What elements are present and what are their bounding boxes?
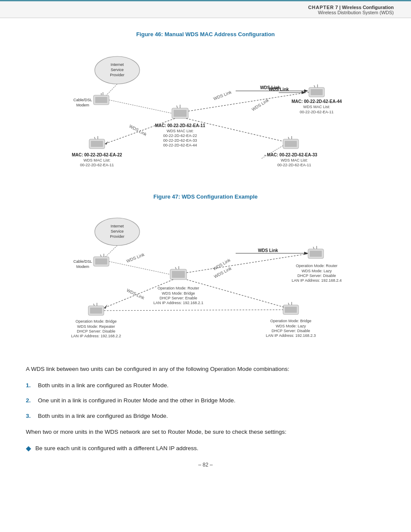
svg-text:LAN IP Address: 192.168.2.2: LAN IP Address: 192.168.2.2 xyxy=(71,334,121,338)
svg-text:00-22-2D-62-EA-11: 00-22-2D-62-EA-11 xyxy=(80,163,114,167)
page: Chapter 7 | Wireless Configuration Wirel… xyxy=(0,0,411,532)
svg-line-101 xyxy=(288,303,289,305)
item3-text: Both units in a link are configured as B… xyxy=(38,411,168,421)
svg-text:Service: Service xyxy=(111,229,124,233)
svg-text:WDS MAC List:: WDS MAC List: xyxy=(84,158,111,162)
svg-text:WDS Link: WDS Link xyxy=(213,90,233,101)
svg-text:MAC: 00-22-2D-62-EA-44: MAC: 00-22-2D-62-EA-44 xyxy=(292,99,342,104)
svg-text:LAN IP Address: 192.168.2.4: LAN IP Address: 192.168.2.4 xyxy=(292,278,342,283)
svg-text:00-22-2D-62-EA-11: 00-22-2D-62-EA-11 xyxy=(277,163,311,167)
svg-text:00-22-2D-62-EA-22: 00-22-2D-62-EA-22 xyxy=(163,134,197,138)
svg-rect-44 xyxy=(285,141,297,147)
bullet-item-1: ◆ Be sure each unit is configured with a… xyxy=(26,444,385,453)
svg-text:MAC: 00-22-2D-62-EA-11: MAC: 00-22-2D-62-EA-11 xyxy=(155,123,206,128)
svg-text:Service: Service xyxy=(111,68,124,72)
svg-rect-100 xyxy=(285,307,297,313)
svg-line-51 xyxy=(186,118,283,141)
svg-text:Cable/DSL: Cable/DSL xyxy=(73,259,92,264)
svg-text:Operation Mode: Bridge: Operation Mode: Bridge xyxy=(75,319,117,324)
svg-text:WDS Mode: Lazy: WDS Mode: Lazy xyxy=(302,269,332,273)
svg-line-89 xyxy=(93,304,94,306)
item2-num: 2. xyxy=(26,396,38,405)
operation-modes-list: 1. Both units in a link are configured a… xyxy=(26,381,385,421)
svg-line-32 xyxy=(188,92,309,111)
svg-line-45 xyxy=(288,137,289,139)
svg-text:WDS Mode: Lazy: WDS Mode: Lazy xyxy=(276,324,306,328)
svg-line-13 xyxy=(177,106,177,108)
svg-text:Internet: Internet xyxy=(111,224,124,228)
svg-line-35 xyxy=(94,137,95,139)
svg-marker-96 xyxy=(104,305,107,309)
svg-text:WDS Mode: Bridge: WDS Mode: Bridge xyxy=(162,291,195,296)
svg-text:Operation Mode: Router: Operation Mode: Router xyxy=(158,286,199,290)
svg-text:WDS Link: WDS Link xyxy=(260,85,280,90)
item2-text: One unit in a link is configured in Rout… xyxy=(38,396,236,405)
svg-text:WDS Link: WDS Link xyxy=(126,288,146,301)
svg-text:MAC: 00-22-2D-62-EA-22: MAC: 00-22-2D-62-EA-22 xyxy=(72,152,122,157)
svg-line-64 xyxy=(106,246,117,257)
page-header: Chapter 7 | Wireless Configuration Wirel… xyxy=(0,0,411,18)
bullet-points: ◆ Be sure each unit is configured with a… xyxy=(26,444,385,453)
svg-text:00-22-2D-62-EA-33: 00-22-2D-62-EA-33 xyxy=(163,138,197,143)
svg-line-10 xyxy=(106,84,117,95)
svg-rect-79 xyxy=(310,251,322,257)
svg-text:Provider: Provider xyxy=(110,234,125,239)
intro-paragraph: A WDS link between two units can be conf… xyxy=(26,364,385,374)
list-item-3: 3. Both units in a link are configured a… xyxy=(26,411,385,421)
list-item-1: 1. Both units in a link are configured a… xyxy=(26,381,385,390)
chapter-label: Chapter 7 | Wireless Configuration xyxy=(17,5,394,10)
svg-rect-12 xyxy=(174,110,187,117)
svg-text:WDS Link: WDS Link xyxy=(126,252,146,264)
page-number: – 82 – xyxy=(26,462,385,468)
svg-text:Modem: Modem xyxy=(76,103,89,107)
svg-text:LAN IP Address: 192.168.2.1: LAN IP Address: 192.168.2.1 xyxy=(153,301,203,305)
svg-text:00-22-2D-62-EA-11: 00-22-2D-62-EA-11 xyxy=(300,110,334,114)
svg-text:DHCP Server: Disable: DHCP Server: Disable xyxy=(297,274,336,278)
svg-text:DHCP Server: Disable: DHCP Server: Disable xyxy=(77,329,115,333)
svg-text:Cable/DSL: Cable/DSL xyxy=(73,98,92,102)
svg-text:WDS Mode: Repeater: WDS Mode: Repeater xyxy=(77,324,115,329)
svg-text:LAN IP Address: 192.168.2.3: LAN IP Address: 192.168.2.3 xyxy=(266,333,316,338)
svg-line-77 xyxy=(109,261,170,274)
svg-text:Modem: Modem xyxy=(76,264,89,269)
svg-rect-34 xyxy=(91,141,103,147)
item1-text: Both units in a link are configured as R… xyxy=(38,381,168,390)
bullet-icon: ◆ xyxy=(26,444,35,453)
svg-text:Operation Mode: Router: Operation Mode: Router xyxy=(296,264,338,268)
svg-line-25 xyxy=(314,85,315,87)
svg-text:WDS Link: WDS Link xyxy=(128,124,148,137)
svg-text:DHCP Server: Enable: DHCP Server: Enable xyxy=(159,296,197,300)
svg-text:00-22-2D-62-EA-44: 00-22-2D-62-EA-44 xyxy=(163,143,197,147)
figure46-title: Figure 46: Manual WDS MAC Address Config… xyxy=(26,31,385,37)
svg-text:Provider: Provider xyxy=(110,73,125,77)
list-item-2: 2. One unit in a link is configured in R… xyxy=(26,396,385,405)
svg-text:- MAC: 00-22-2D-62-EA-33: - MAC: 00-22-2D-62-EA-33 xyxy=(265,152,318,157)
main-content: Figure 46: Manual WDS MAC Address Config… xyxy=(0,18,411,485)
bullet1-text: Be sure each unit is configured with a d… xyxy=(35,444,198,453)
svg-line-80 xyxy=(313,247,314,249)
svg-text:WDS MAC List:: WDS MAC List: xyxy=(281,158,308,162)
svg-rect-7 xyxy=(95,97,107,103)
figure47-title: Figure 47: WDS Configuration Example xyxy=(26,193,385,200)
svg-text:DHCP Server: Disable: DHCP Server: Disable xyxy=(271,329,310,333)
svg-line-62 xyxy=(100,255,101,257)
svg-rect-24 xyxy=(311,89,323,95)
warning-paragraph: When two or more units in the WDS networ… xyxy=(26,427,385,437)
figure47-diagram: Internet Service Provider Cable/DSL Mode… xyxy=(26,207,385,349)
svg-text:Internet: Internet xyxy=(111,62,124,67)
item3-num: 3. xyxy=(26,411,38,421)
svg-line-20 xyxy=(109,100,172,113)
figure46-diagram: Internet Service Provider Cable/DSL Mode… xyxy=(26,44,385,178)
svg-text:WDS Link: WDS Link xyxy=(258,248,278,253)
svg-line-108 xyxy=(104,310,283,311)
svg-rect-61 xyxy=(95,258,107,264)
svg-text:WDS MAC List:: WDS MAC List: xyxy=(167,129,194,133)
figure46-svg: Internet Service Provider Cable/DSL Mode… xyxy=(50,44,361,178)
svg-rect-88 xyxy=(90,308,102,314)
svg-text:Operation Mode: Bridge: Operation Mode: Bridge xyxy=(270,319,311,323)
item1-num: 1. xyxy=(26,381,38,390)
svg-line-86 xyxy=(187,254,308,273)
svg-marker-41 xyxy=(105,141,108,145)
svg-text:WDS MAC List:: WDS MAC List: xyxy=(303,105,330,109)
header-subtitle: Wireless Distribution System (WDS) xyxy=(17,10,394,15)
